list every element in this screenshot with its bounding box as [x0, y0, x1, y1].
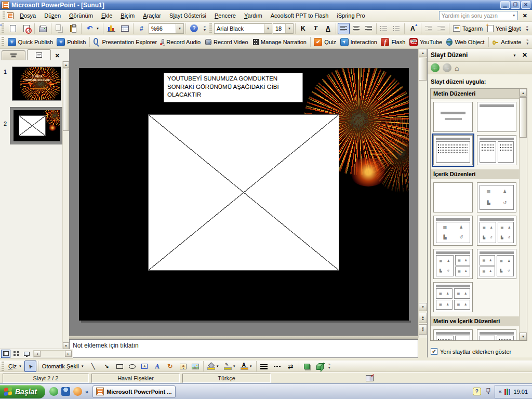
- menu-bicim[interactable]: Biçim: [116, 10, 139, 21]
- web-object-button[interactable]: Web Object: [444, 36, 486, 48]
- horizontal-scrollbar[interactable]: ◄ ►: [33, 350, 72, 357]
- language-indicator[interactable]: Türkçe: [182, 374, 271, 383]
- toolbar-grip[interactable]: [2, 37, 4, 47]
- menubar-grip[interactable]: [3, 11, 5, 20]
- layout-content-and-text[interactable]: [477, 329, 516, 341]
- youtube-button[interactable]: YouTube: [408, 36, 444, 48]
- chevron-down-icon[interactable]: ▼: [513, 54, 516, 57]
- menu-slayt-gosterisi[interactable]: Slayt Gösterisi: [165, 10, 210, 21]
- scroll-left-button[interactable]: ◄: [34, 351, 41, 357]
- increase-indent-button[interactable]: [435, 23, 447, 34]
- scroll-down-button[interactable]: ▼: [63, 342, 69, 349]
- manage-narration-button[interactable]: Manage Narration: [251, 36, 309, 48]
- bullet-list-button[interactable]: [391, 23, 403, 34]
- layout-text-and-content[interactable]: [433, 329, 473, 341]
- toolbar-grip[interactable]: [2, 362, 4, 371]
- slide-canvas[interactable]: YOUTUBEYİ SUNUMUZA GÖMDÜKTEN SONRAKİ GÖR…: [79, 68, 409, 321]
- print-button[interactable]: [36, 23, 49, 34]
- menu-ispring-pro[interactable]: iSpring Pro: [332, 10, 369, 21]
- slide-1-thumbnail[interactable]: SUNUYA YOUTUBE EKLEMEK: [12, 66, 61, 101]
- menu-acoolsoft[interactable]: Acoolsoft PPT to Flash: [267, 10, 333, 21]
- scrollbar-thumb[interactable]: [419, 58, 427, 81]
- publish-button[interactable]: Publish: [55, 36, 88, 48]
- close-pane-button[interactable]: ✕: [53, 51, 62, 60]
- scrollbar-thumb[interactable]: [63, 69, 69, 131]
- decrease-indent-button[interactable]: [423, 23, 435, 34]
- slideshow-view-button[interactable]: [22, 350, 31, 358]
- toolbar-options-button[interactable]: »▼: [201, 22, 208, 35]
- font-name-combobox[interactable]: Arial Black ▼: [214, 23, 272, 34]
- quiz-button[interactable]: Quiz: [312, 36, 338, 48]
- layout-content[interactable]: [477, 182, 516, 212]
- scrollbar-thumb[interactable]: [520, 97, 527, 138]
- back-button[interactable]: ←: [431, 63, 440, 72]
- normal-view-button[interactable]: [1, 350, 10, 358]
- layout-title-slide[interactable]: [433, 102, 473, 132]
- show-when-inserting-checkbox[interactable]: [431, 348, 437, 355]
- font-size-combobox[interactable]: 18 ▼: [273, 23, 294, 34]
- new-slide-button[interactable]: Yeni Slayt: [485, 23, 523, 34]
- underline-button[interactable]: A: [322, 23, 334, 34]
- undo-button[interactable]: ▼: [83, 23, 101, 34]
- line-tool-button[interactable]: [87, 361, 100, 372]
- toolbar-options-button[interactable]: »▼: [524, 22, 531, 35]
- font-color-button[interactable]: ▼: [238, 361, 255, 372]
- 3d-style-button[interactable]: [313, 361, 325, 372]
- quick-launch-icon-2[interactable]: [61, 387, 70, 396]
- toolbar-grip[interactable]: [209, 23, 212, 33]
- powerpoint-task-button[interactable]: Microsoft PowerPoint ...: [92, 385, 176, 398]
- media-placeholder[interactable]: [148, 114, 339, 271]
- start-button[interactable]: Başlat: [0, 385, 45, 398]
- zoom-combobox[interactable]: %66 ▼: [149, 23, 184, 34]
- help-question-input[interactable]: Yardım için soru yazın ▼: [439, 11, 518, 20]
- document-close-button[interactable]: ✕: [518, 12, 532, 19]
- insert-table-button[interactable]: [118, 23, 131, 34]
- layout-title-content[interactable]: [433, 216, 473, 246]
- minimize-button[interactable]: ▁: [500, 1, 510, 9]
- show-grid-button[interactable]: [135, 23, 148, 34]
- collapse-tray-chevron[interactable]: «: [499, 389, 502, 394]
- quick-launch-icon-3[interactable]: [73, 387, 82, 396]
- close-button[interactable]: ✕: [521, 1, 530, 9]
- paste-button[interactable]: [66, 23, 79, 34]
- design-template-name[interactable]: Havai Fişekler: [91, 374, 180, 383]
- restore-button[interactable]: ❐: [511, 1, 520, 9]
- notes-splitter[interactable]: [69, 336, 418, 339]
- menu-pencere[interactable]: Pencere: [210, 10, 240, 21]
- layout-title-and-text[interactable]: [433, 135, 473, 165]
- slide-sorter-view-button[interactable]: [11, 350, 21, 358]
- layout-content-and-two-content[interactable]: [433, 249, 473, 279]
- layout-two-content-and-content[interactable]: [477, 249, 516, 279]
- align-left-button[interactable]: [338, 23, 350, 34]
- record-video-button[interactable]: Record Video: [203, 36, 250, 48]
- scroll-down-button[interactable]: ▼: [419, 303, 427, 311]
- next-slide-button[interactable]: ▼▼: [419, 324, 427, 335]
- menu-ekle[interactable]: Ekle: [97, 10, 116, 21]
- presentation-explorer-button[interactable]: Presentation Explorer: [91, 36, 159, 48]
- permission-button[interactable]: [20, 23, 33, 34]
- activate-button[interactable]: Activate: [490, 36, 524, 48]
- layout-title-two-content[interactable]: [477, 216, 516, 246]
- record-audio-button[interactable]: Record Audio: [159, 36, 203, 48]
- previous-slide-button[interactable]: ▲▲: [419, 313, 427, 323]
- arrow-tool-button[interactable]: [100, 361, 113, 372]
- align-center-button[interactable]: [350, 23, 362, 34]
- layout-blank[interactable]: [433, 182, 473, 212]
- design-button[interactable]: Tasarım: [451, 23, 485, 34]
- toolbar-options-button[interactable]: »▼: [524, 36, 531, 48]
- task-pane-close-button[interactable]: ✕: [521, 51, 529, 59]
- draw-menu-button[interactable]: Çiz▼: [6, 361, 24, 372]
- notes-pane[interactable]: Not eklemek için tıklatın: [69, 339, 418, 358]
- toolbar-options-button[interactable]: »▼: [326, 360, 333, 373]
- new-button[interactable]: [6, 23, 19, 34]
- layout-four-content[interactable]: [433, 282, 473, 312]
- scroll-up-button[interactable]: ▲: [63, 61, 69, 68]
- bold-button[interactable]: K: [297, 23, 309, 34]
- interaction-button[interactable]: Interaction: [338, 36, 379, 48]
- menu-duzen[interactable]: Düzen: [40, 10, 65, 21]
- menu-gorunum[interactable]: Görünüm: [65, 10, 97, 21]
- shadow-style-button[interactable]: [301, 361, 313, 372]
- slide-textbox[interactable]: YOUTUBEYİ SUNUMUZA GÖMDÜKTEN SONRAKİ GÖR…: [164, 73, 303, 102]
- scroll-up-button[interactable]: ▲: [520, 89, 527, 97]
- dictionary-tray-icon[interactable]: [504, 388, 510, 395]
